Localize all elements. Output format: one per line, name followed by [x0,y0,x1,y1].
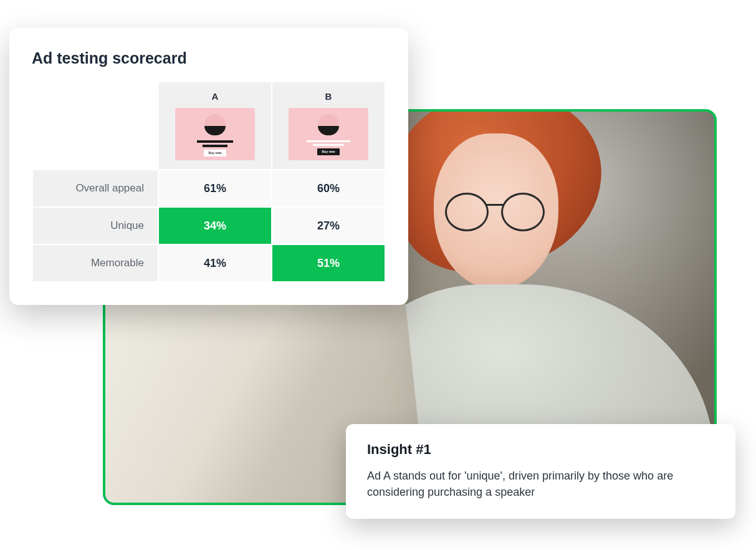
scorecard-title: Ad testing scorecard [32,49,386,67]
table-row: Unique 34% 27% [33,208,385,244]
glasses-icon [445,193,545,231]
product-icon [318,114,339,135]
variant-a-header: A Buy now [159,82,271,169]
insight-body: Ad A stands out for 'unique', driven pri… [367,468,714,500]
cell-a: 34% [159,208,271,244]
table-row: Overall appeal 61% 60% [33,170,385,206]
row-label: Memorable [33,245,158,281]
product-icon [204,114,226,135]
table-row: Memorable 41% 51% [33,245,385,281]
row-label: Overall appeal [33,170,158,206]
table-blank-header [33,82,158,169]
ad-b-cta: Buy now [317,148,340,155]
scorecard-table: A Buy now B Buy now [32,81,386,282]
cell-a: 41% [159,245,271,281]
variant-b-label: B [279,91,378,102]
scorecard-card: Ad testing scorecard A Buy now B [9,28,408,305]
cell-b: 27% [272,208,385,244]
insight-card: Insight #1 Ad A stands out for 'unique',… [346,424,735,519]
cell-b: 60% [272,170,385,206]
ad-preview-a: Buy now [175,108,255,160]
row-label: Unique [33,208,158,244]
variant-a-label: A [165,91,265,102]
variant-b-header: B Buy now [272,82,385,169]
scorecard-body: Overall appeal 61% 60% Unique 34% 27% Me… [33,170,385,281]
cell-b: 51% [272,245,385,281]
ad-a-cta: Buy now [204,150,226,157]
ad-preview-b: Buy now [289,108,368,160]
insight-title: Insight #1 [367,441,714,458]
cell-a: 61% [159,170,271,206]
